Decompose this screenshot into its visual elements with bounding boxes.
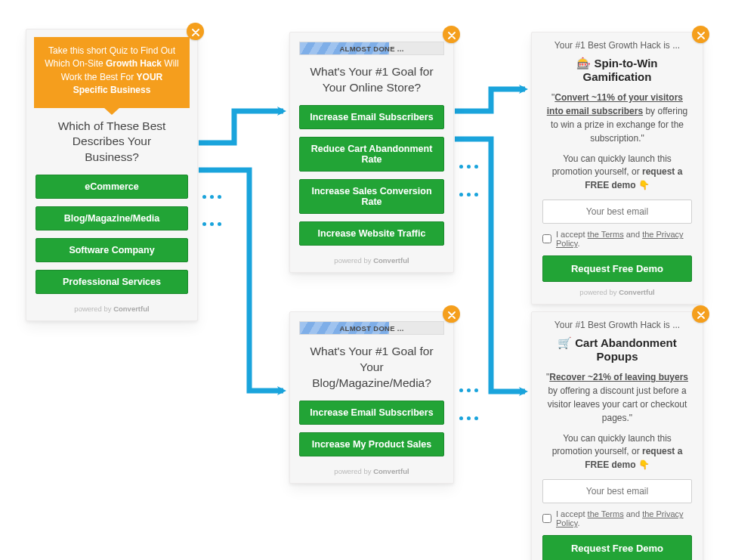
result-title: 🛒Cart Abandonment Popups [532, 335, 703, 369]
option-reduce-cart-abandonment[interactable]: Reduce Cart Abandonment Rate [299, 137, 444, 172]
request-demo-button[interactable]: Request Free Demo [542, 535, 692, 560]
option-increase-product-sales[interactable]: Increase My Product Sales [299, 432, 444, 456]
option-increase-email[interactable]: Increase Email Subscribers [299, 401, 444, 425]
accept-terms-checkbox[interactable] [542, 234, 551, 243]
terms-link[interactable]: the Terms [588, 230, 624, 239]
accept-terms-row[interactable]: I accept the Terms and the Privacy Polic… [532, 509, 703, 535]
terms-link[interactable]: the Terms [588, 509, 624, 518]
ellipsis-dots [459, 388, 478, 392]
slot-machine-icon: 🎰 [576, 57, 591, 70]
result-title: 🎰Spin-to-Win Gamification [532, 55, 703, 89]
quiz-card-blog-goal: ALMOST DONE ... What's Your #1 Goal for … [289, 311, 454, 484]
close-icon[interactable] [443, 305, 460, 323]
result-launch-line: You can quickly launch this promotion yo… [532, 153, 703, 200]
progress-bar: ALMOST DONE ... [290, 32, 453, 60]
quiz-card-store-goal: ALMOST DONE ... What's Your #1 Goal for … [289, 32, 454, 273]
result-body: "Recover ~21% of leaving buyers by offer… [532, 369, 703, 432]
close-icon[interactable] [692, 305, 709, 323]
accept-terms-checkbox[interactable] [542, 514, 551, 523]
powered-by: powered by Convertful [26, 302, 197, 320]
option-software[interactable]: Software Company [36, 238, 188, 262]
quiz-card-business-type: Take this short Quiz to Find Out Which O… [26, 29, 198, 321]
ellipsis-dots [202, 195, 221, 199]
option-increase-email[interactable]: Increase Email Subscribers [299, 105, 444, 129]
option-increase-traffic[interactable]: Increase Website Traffic [299, 221, 444, 246]
powered-by: powered by Convertful [290, 464, 453, 483]
progress-bar: ALMOST DONE ... [290, 312, 453, 339]
email-field[interactable] [542, 200, 692, 224]
result-launch-line: You can quickly launch this promotion yo… [532, 432, 703, 479]
quiz-question: Which of These Best Describes Your Busin… [26, 114, 197, 175]
close-icon[interactable] [443, 26, 460, 43]
result-pretitle: Your #1 Best Growth Hack is ... [532, 312, 703, 335]
progress-label: ALMOST DONE ... [300, 322, 443, 334]
result-card-spin-to-win: Your #1 Best Growth Hack is ... 🎰Spin-to… [531, 32, 703, 305]
option-blog-media[interactable]: Blog/Magazine/Media [36, 206, 188, 230]
powered-by: powered by Convertful [290, 253, 453, 272]
progress-label: ALMOST DONE ... [300, 42, 443, 54]
cart-icon: 🛒 [558, 336, 572, 349]
email-field[interactable] [542, 479, 692, 503]
result-body: "Convert ~11% of your visitors into emai… [532, 89, 703, 153]
close-icon[interactable] [692, 26, 709, 43]
option-increase-conversion[interactable]: Increase Sales Conversion Rate [299, 179, 444, 214]
request-demo-button[interactable]: Request Free Demo [542, 255, 692, 282]
ellipsis-dots [459, 416, 478, 420]
ellipsis-dots [459, 193, 478, 196]
quiz-banner: Take this short Quiz to Find Out Which O… [34, 37, 190, 108]
accept-terms-row[interactable]: I accept the Terms and the Privacy Polic… [532, 230, 703, 255]
option-ecommerce[interactable]: eCommerce [36, 175, 188, 199]
ellipsis-dots [459, 165, 478, 169]
powered-by: powered by Convertful [532, 285, 703, 304]
option-professional-services[interactable]: Professional Services [36, 270, 188, 294]
quiz-question: What's Your #1 Goal for Your Online Stor… [290, 60, 453, 105]
quiz-question: What's Your #1 Goal for Your Blog/Magazi… [290, 339, 453, 401]
result-card-cart-abandonment: Your #1 Best Growth Hack is ... 🛒Cart Ab… [531, 311, 703, 560]
ellipsis-dots [202, 222, 221, 226]
result-pretitle: Your #1 Best Growth Hack is ... [532, 32, 703, 55]
diagram-stage: Take this short Quiz to Find Out Which O… [0, 0, 729, 560]
